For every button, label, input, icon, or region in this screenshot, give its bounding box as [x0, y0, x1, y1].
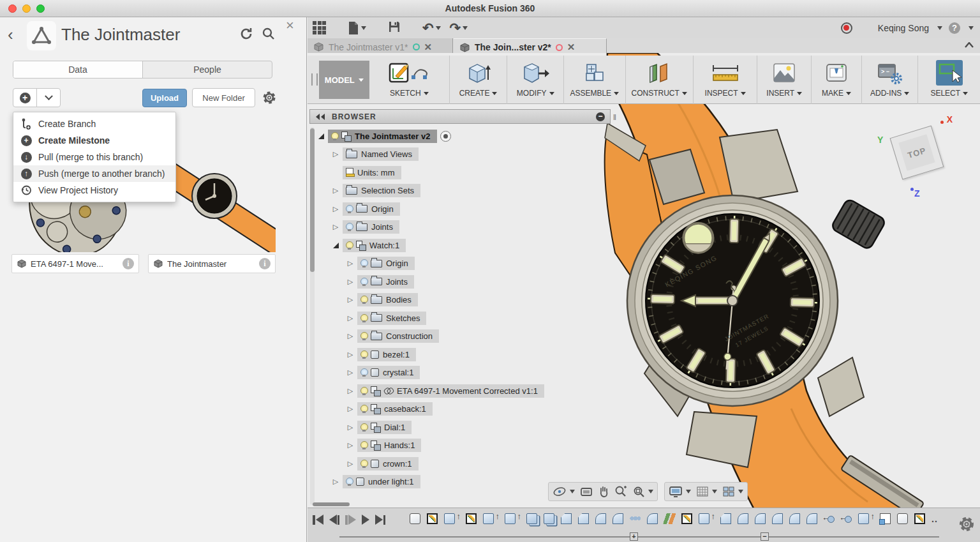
expand-node-icon[interactable]: ▷ — [346, 278, 355, 286]
expand-node-icon[interactable]: ▷ — [346, 332, 355, 340]
fillet-feature-icon[interactable] — [755, 513, 766, 524]
viewport-3d[interactable]: KEQING SONG JOINTMASTER 17 JEWELS BROWSE… — [308, 53, 980, 508]
pan-icon[interactable] — [598, 485, 609, 498]
visibility-bulb-icon[interactable] — [346, 205, 352, 213]
chamfer-feature-icon[interactable] — [720, 513, 731, 524]
redo-icon[interactable]: ↷ — [450, 22, 468, 34]
extrude-feature-icon[interactable] — [505, 513, 516, 524]
viewcube-face[interactable]: TOP — [890, 126, 944, 180]
app-grid-icon[interactable] — [313, 21, 326, 34]
collapse-browser-icon[interactable] — [315, 113, 325, 121]
tree-node-pill[interactable]: The Jointmaster v2 — [328, 130, 437, 143]
modify-icon[interactable] — [521, 59, 550, 87]
step-forward-icon[interactable] — [345, 515, 356, 525]
menu-item-create-branch[interactable]: Create Branch — [13, 116, 175, 132]
fillet-feature-icon[interactable] — [647, 513, 658, 524]
settings-gear-icon[interactable] — [262, 90, 277, 108]
visibility-bulb-icon[interactable] — [360, 332, 367, 340]
add-dropdown-button[interactable] — [36, 88, 61, 107]
fillet-feature-icon[interactable] — [789, 513, 800, 524]
tree-node-pill[interactable]: Watch:1 — [343, 239, 406, 252]
orbit-icon[interactable] — [553, 485, 575, 498]
sketch-feature-icon[interactable] — [914, 513, 925, 524]
tree-row[interactable]: ▷crown:1 — [316, 455, 544, 473]
expand-node-icon[interactable]: ▷ — [331, 223, 340, 231]
ribbon-group-modify[interactable]: MODIFY — [507, 56, 564, 104]
browser-horizontal-scrollbar[interactable] — [313, 502, 350, 506]
extrude-feature-icon[interactable] — [444, 513, 455, 524]
joint-feature-icon[interactable] — [841, 513, 852, 524]
fit-icon[interactable] — [632, 485, 653, 498]
user-dropdown-icon[interactable] — [937, 26, 942, 30]
visibility-bulb-icon[interactable] — [360, 278, 367, 286]
help-dropdown-icon[interactable] — [969, 26, 974, 30]
sketch-feature-icon[interactable] — [466, 513, 477, 524]
ribbon-group-create[interactable]: CREATE — [450, 56, 508, 104]
tree-row[interactable]: ▷Hands:1 — [316, 437, 544, 455]
tree-row[interactable]: ▷Joints — [316, 273, 544, 291]
box-feature-icon[interactable] — [410, 513, 420, 524]
tree-row[interactable]: ▷Origin — [316, 255, 544, 273]
tree-row[interactable]: ▷Dial:1 — [316, 418, 544, 437]
tree-row[interactable]: The Jointmaster v2 — [316, 127, 544, 146]
fillet-feature-icon[interactable] — [612, 513, 623, 524]
expand-node-icon[interactable]: ▷ — [346, 441, 355, 449]
fillet-feature-icon[interactable] — [806, 513, 817, 524]
tree-row[interactable]: ▷ETA 6497-1 Movement Corrected v1:1 — [316, 382, 544, 400]
ribbon-group-assemble[interactable]: ASSEMBLE — [564, 56, 626, 104]
close-tab-icon[interactable]: ✕ — [424, 41, 433, 53]
sketch-icon[interactable] — [388, 59, 430, 87]
tree-node-pill[interactable]: bezel:1 — [357, 348, 416, 361]
create-icon[interactable] — [464, 59, 493, 87]
tab-data[interactable]: Data — [13, 61, 143, 78]
box-feature-icon[interactable] — [897, 513, 908, 524]
expand-node-icon[interactable]: ▷ — [346, 387, 355, 395]
visibility-bulb-icon[interactable] — [346, 223, 352, 231]
expand-node-icon[interactable]: ▷ — [346, 350, 355, 359]
sketch-feature-icon[interactable] — [681, 513, 692, 524]
new-folder-button[interactable]: New Folder — [192, 88, 255, 107]
add-button[interactable]: + — [13, 88, 37, 107]
grid-display-icon[interactable] — [696, 486, 717, 497]
close-tab-icon[interactable]: ✕ — [567, 41, 575, 53]
collapse-node-icon[interactable] — [316, 133, 325, 139]
tree-row[interactable]: ▷Joints — [316, 218, 544, 237]
chamfer-feature-icon[interactable] — [578, 513, 589, 524]
expand-node-icon[interactable]: ▷ — [346, 423, 355, 432]
display-settings-icon[interactable] — [669, 486, 691, 498]
expand-node-icon[interactable]: ▷ — [346, 296, 355, 304]
tree-node-pill[interactable]: caseback:1 — [357, 402, 433, 416]
snapshot-feature-icon[interactable] — [880, 513, 891, 524]
viewports-icon[interactable] — [722, 486, 743, 497]
visibility-bulb-icon[interactable] — [346, 241, 352, 250]
tree-row[interactable]: ▷Bodies — [316, 291, 544, 310]
expand-node-icon[interactable]: ▷ — [331, 478, 340, 486]
tree-row[interactable]: ▷under light:1 — [316, 473, 544, 492]
expand-node-icon[interactable]: ▷ — [346, 259, 355, 267]
pattern-feature-icon[interactable] — [630, 513, 641, 524]
tree-node-pill[interactable]: Units: mm — [343, 166, 401, 179]
tree-node-pill[interactable]: crystal:1 — [357, 366, 420, 379]
back-icon[interactable]: ‹ — [8, 25, 13, 44]
tree-row[interactable]: ▷crystal:1 — [316, 364, 544, 382]
timeline-scrubber[interactable]: + − — [339, 536, 939, 538]
expand-node-icon[interactable]: ▷ — [346, 314, 355, 322]
ribbon-group-addins[interactable]: > − ADD-INS — [862, 56, 919, 104]
make-icon[interactable] — [823, 59, 850, 87]
tree-node-pill[interactable]: Joints — [343, 220, 399, 234]
insert-icon[interactable] — [771, 59, 798, 87]
step-back-icon[interactable] — [329, 515, 340, 525]
skip-to-start-icon[interactable] — [313, 515, 323, 525]
tree-node-pill[interactable]: Selection Sets — [343, 184, 420, 197]
undo-icon[interactable]: ↶ — [422, 22, 441, 34]
activate-component-radio[interactable] — [440, 131, 451, 142]
file-menu-icon[interactable] — [348, 21, 366, 35]
tree-row[interactable]: Watch:1 — [316, 236, 544, 255]
expand-node-icon[interactable]: ▷ — [346, 405, 355, 413]
visibility-bulb-icon[interactable] — [360, 368, 367, 377]
menu-item-pull[interactable]: ↓ Pull (merge to this branch) — [13, 149, 175, 165]
viewcube[interactable]: TOP X Y Z — [881, 117, 958, 193]
skip-to-end-icon[interactable] — [375, 515, 386, 525]
fillet-feature-icon[interactable] — [738, 513, 748, 524]
help-icon[interactable]: ? — [949, 22, 960, 34]
